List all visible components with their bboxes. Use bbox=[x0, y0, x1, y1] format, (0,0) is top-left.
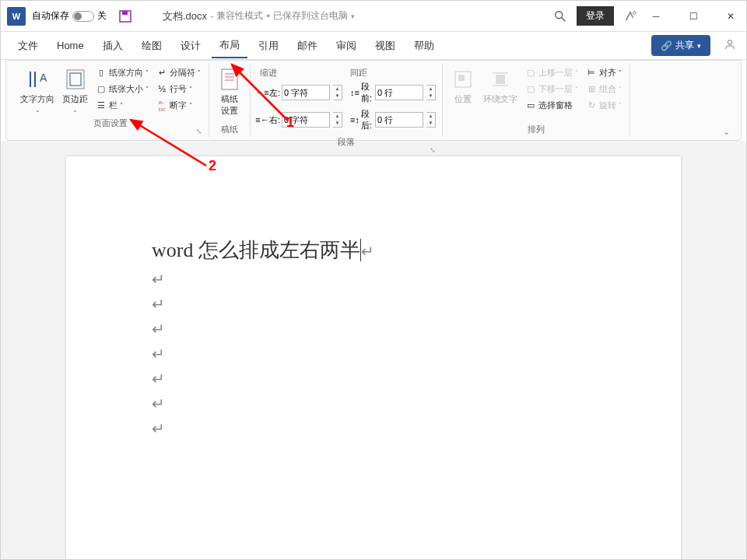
svg-rect-1 bbox=[122, 11, 128, 15]
rotate-icon: ↻ bbox=[586, 100, 597, 111]
tab-layout[interactable]: 布局 bbox=[212, 33, 247, 58]
compat-mode-label: 兼容性模式 bbox=[216, 9, 263, 23]
manuscript-settings-button[interactable]: 稿纸 设置 bbox=[214, 65, 245, 122]
margins-label: 页边距 bbox=[62, 93, 88, 105]
document-text[interactable]: word 怎么排成左右两半 bbox=[152, 239, 360, 261]
wrap-label: 环绕文字 bbox=[483, 93, 517, 105]
margins-button[interactable]: 页边距 ⌄ bbox=[59, 65, 91, 116]
orientation-icon: ▯ bbox=[96, 68, 107, 79]
selection-pane-icon: ▭ bbox=[525, 100, 536, 111]
send-backward-button: ▢下移一层˅ bbox=[522, 82, 581, 96]
ribbon-collapse-button[interactable]: ⌄ bbox=[723, 127, 730, 137]
spacing-after-icon: ≡↕ bbox=[350, 114, 359, 125]
saved-status-label: 已保存到这台电脑 bbox=[273, 9, 348, 23]
tab-design[interactable]: 设计 bbox=[173, 34, 209, 58]
position-label: 位置 bbox=[454, 93, 472, 105]
tab-insert[interactable]: 插入 bbox=[95, 34, 131, 58]
send-backward-icon: ▢ bbox=[525, 84, 536, 95]
indent-left-spinner[interactable]: ▲▼ bbox=[333, 85, 342, 100]
group-button: ⊞组合˅ bbox=[583, 82, 625, 96]
line-numbers-icon: ⅟₂ bbox=[156, 84, 167, 95]
paragraph-mark-icon: ↵ bbox=[152, 341, 595, 366]
position-icon bbox=[451, 67, 475, 92]
line-numbers-button[interactable]: ⅟₂行号˅ bbox=[153, 82, 204, 96]
indent-left-icon: →≡ bbox=[257, 87, 268, 98]
tab-view[interactable]: 视图 bbox=[367, 34, 403, 58]
page-setup-launcher[interactable]: ⤡ bbox=[17, 128, 204, 135]
position-button: 位置 bbox=[447, 65, 479, 122]
group-manuscript: 稿纸 设置 稿纸 bbox=[209, 64, 251, 137]
breaks-button[interactable]: ↵分隔符˅ bbox=[153, 65, 204, 80]
paragraph-mark-icon: ↵ bbox=[152, 391, 595, 416]
text-direction-button[interactable]: A 文字方向 ⌄ bbox=[17, 65, 58, 116]
size-icon: ▢ bbox=[96, 84, 107, 95]
tab-home[interactable]: Home bbox=[49, 35, 92, 56]
paragraph-mark-icon: ↵ bbox=[361, 243, 374, 260]
document-page[interactable]: word 怎么排成左右两半↵ ↵ ↵ ↵ ↵ ↵ ↵ ↵ bbox=[66, 156, 681, 560]
group-page-setup: A 文字方向 ⌄ 页边距 ⌄ ▯纸张方向˅ ▢纸张大小˅ ☰栏˅ ↵分隔符˅ ⅟… bbox=[12, 64, 209, 137]
spacing-before-spinner[interactable]: ▲▼ bbox=[426, 85, 436, 100]
tab-draw[interactable]: 绘图 bbox=[134, 34, 170, 58]
close-button[interactable]: ✕ bbox=[721, 7, 740, 26]
tab-mailings[interactable]: 邮件 bbox=[289, 34, 325, 58]
document-title[interactable]: 文档.docx - 兼容性模式 • 已保存到这台电脑 ▾ bbox=[163, 9, 355, 23]
orientation-button[interactable]: ▯纸张方向˅ bbox=[93, 65, 152, 80]
indent-right-label: ≡←右: bbox=[257, 114, 279, 126]
indent-right-spinner[interactable]: ▲▼ bbox=[333, 112, 342, 128]
share-button[interactable]: 🔗 共享 ▾ bbox=[651, 35, 710, 56]
spacing-before-input[interactable] bbox=[375, 85, 423, 100]
size-button[interactable]: ▢纸张大小˅ bbox=[93, 82, 152, 96]
group-arrange: 位置 环绕文字 ▢上移一层˅ ▢下移一层˅ ▭选择窗格 ⊨对齐˅ ⊞组合˅ ↻旋… bbox=[443, 64, 630, 137]
margins-icon bbox=[63, 67, 88, 92]
indent-left-label: →≡左: bbox=[257, 87, 279, 99]
svg-line-3 bbox=[562, 17, 566, 21]
comments-icon[interactable] bbox=[723, 37, 737, 54]
autosave-state: 关 bbox=[97, 9, 107, 23]
wrap-icon bbox=[488, 67, 513, 92]
toggle-switch-icon[interactable] bbox=[72, 11, 94, 22]
orientation-label: 纸张方向 bbox=[109, 67, 143, 79]
columns-icon: ☰ bbox=[96, 100, 107, 111]
selection-pane-button[interactable]: ▭选择窗格 bbox=[522, 98, 581, 113]
paragraph-mark-icon: ↵ bbox=[152, 317, 595, 341]
tab-help[interactable]: 帮助 bbox=[406, 34, 442, 58]
rotate-button: ↻旋转˅ bbox=[583, 98, 625, 113]
hyphenation-button[interactable]: a-bc断字˅ bbox=[153, 98, 204, 113]
wrap-text-button: 环绕文字 bbox=[480, 65, 521, 122]
align-button[interactable]: ⊨对齐˅ bbox=[583, 65, 625, 80]
minimize-button[interactable]: ─ bbox=[647, 7, 665, 26]
spacing-before-icon: ↕≡ bbox=[350, 87, 359, 98]
accessibility-icon[interactable] bbox=[623, 9, 637, 23]
maximize-button[interactable]: ☐ bbox=[684, 7, 703, 26]
manuscript-label: 稿纸 设置 bbox=[221, 93, 238, 117]
svg-rect-10 bbox=[70, 73, 81, 86]
search-icon[interactable] bbox=[553, 9, 567, 23]
indent-right-icon: ≡← bbox=[257, 114, 268, 125]
svg-point-2 bbox=[556, 11, 563, 18]
indent-left-input[interactable] bbox=[282, 85, 330, 100]
arrange-group-label: 排列 bbox=[447, 122, 625, 135]
ribbon: A 文字方向 ⌄ 页边距 ⌄ ▯纸张方向˅ ▢纸张大小˅ ☰栏˅ ↵分隔符˅ ⅟… bbox=[5, 60, 742, 141]
manuscript-group-label: 稿纸 bbox=[214, 122, 245, 135]
paragraph-mark-icon: ↵ bbox=[152, 366, 595, 391]
columns-button[interactable]: ☰栏˅ bbox=[93, 98, 152, 113]
save-icon[interactable] bbox=[119, 10, 132, 23]
doc-name: 文档.docx bbox=[163, 9, 207, 23]
autosave-label: 自动保存 bbox=[32, 9, 69, 23]
bring-forward-icon: ▢ bbox=[525, 68, 536, 79]
autosave-toggle[interactable]: 自动保存 关 bbox=[32, 9, 107, 23]
spacing-after-spinner[interactable]: ▲▼ bbox=[426, 112, 436, 128]
spacing-after-input[interactable] bbox=[375, 112, 423, 128]
login-button[interactable]: 登录 bbox=[577, 6, 614, 26]
titlebar: W 自动保存 关 文档.docx - 兼容性模式 • 已保存到这台电脑 ▾ 登录… bbox=[1, 1, 746, 32]
tab-file[interactable]: 文件 bbox=[10, 34, 46, 58]
paragraph-mark-icon: ↵ bbox=[152, 267, 595, 292]
columns-label: 栏 bbox=[109, 100, 117, 111]
indent-right-input[interactable] bbox=[282, 112, 330, 128]
tab-references[interactable]: 引用 bbox=[251, 34, 286, 58]
breaks-label: 分隔符 bbox=[170, 67, 195, 79]
spacing-before-label: ↕≡段前: bbox=[350, 81, 372, 104]
tab-review[interactable]: 审阅 bbox=[328, 34, 364, 58]
paragraph-launcher[interactable]: ⤡ bbox=[255, 146, 437, 154]
document-area[interactable]: word 怎么排成左右两半↵ ↵ ↵ ↵ ↵ ↵ ↵ ↵ bbox=[1, 141, 746, 560]
